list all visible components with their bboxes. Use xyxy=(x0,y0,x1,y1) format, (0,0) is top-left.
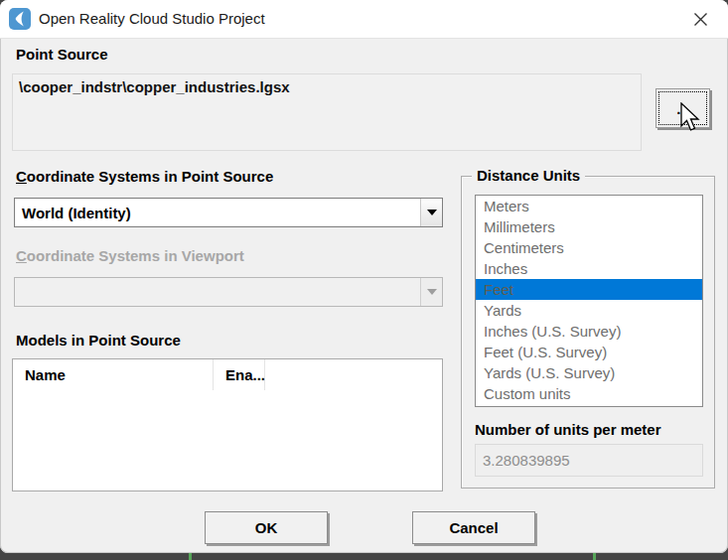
units-per-meter-value: 3.280839895 xyxy=(483,452,570,469)
distance-units-list[interactable]: MetersMillimetersCentimetersInchesFeetYa… xyxy=(475,195,703,407)
unit-option[interactable]: Inches xyxy=(476,258,702,279)
unit-option[interactable]: Meters xyxy=(476,196,702,216)
distance-units-label: Distance Units xyxy=(472,167,585,184)
unit-option[interactable]: Custom units xyxy=(476,383,702,404)
close-button[interactable] xyxy=(680,2,720,36)
unit-option-selected[interactable]: Feet xyxy=(476,279,702,300)
unit-option[interactable]: Millimeters xyxy=(476,216,702,237)
ok-button-label: OK xyxy=(255,519,278,536)
unit-option[interactable]: Yards (U.S. Survey) xyxy=(476,362,702,383)
column-header-enabled[interactable]: Ena... xyxy=(214,359,265,390)
ok-button[interactable]: OK xyxy=(205,511,328,544)
chevron-down-icon xyxy=(427,289,437,295)
unit-option[interactable]: Inches (U.S. Survey) xyxy=(476,321,702,342)
models-list-header: Name Ena... xyxy=(13,359,442,390)
models-list[interactable]: Name Ena... xyxy=(12,358,443,491)
titlebar: Open Reality Cloud Studio Project xyxy=(0,0,728,39)
coord-systems-viewport-label: Coordinate Systems in Viewport xyxy=(16,247,244,264)
point-source-label: Point Source xyxy=(16,46,108,63)
unit-option[interactable]: Feet (U.S. Survey) xyxy=(476,342,702,362)
dialog-title: Open Reality Cloud Studio Project xyxy=(39,10,265,27)
unit-option[interactable]: Centimeters xyxy=(476,237,702,258)
coord-systems-point-source-label: Coordinate Systems in Point Source xyxy=(16,168,273,185)
viewport-coord-system-dropdown xyxy=(14,277,443,307)
app-logo-icon xyxy=(9,8,31,30)
chevron-down-icon xyxy=(427,210,437,215)
mouse-cursor xyxy=(679,102,703,136)
close-icon xyxy=(693,12,708,27)
cancel-button[interactable]: Cancel xyxy=(412,511,535,544)
dropdown-button-disabled xyxy=(420,278,442,306)
coord-system-dropdown[interactable]: World (Identity) xyxy=(14,198,443,227)
unit-option[interactable]: Yards xyxy=(476,300,702,321)
models-label: Models in Point Source xyxy=(16,332,181,349)
dropdown-button[interactable] xyxy=(420,199,442,226)
open-project-dialog: Open Reality Cloud Studio Project Point … xyxy=(0,0,728,553)
cancel-button-label: Cancel xyxy=(449,519,498,536)
point-source-path: \cooper_indstr\copper_industries.lgsx xyxy=(19,78,290,95)
coord-system-selected-value: World (Identity) xyxy=(15,205,420,221)
units-per-meter-label: Number of units per meter xyxy=(475,421,661,438)
column-header-name[interactable]: Name xyxy=(13,359,214,390)
point-source-path-box[interactable]: \cooper_indstr\copper_industries.lgsx xyxy=(12,73,642,151)
units-per-meter-value-box: 3.280839895 xyxy=(475,444,703,477)
